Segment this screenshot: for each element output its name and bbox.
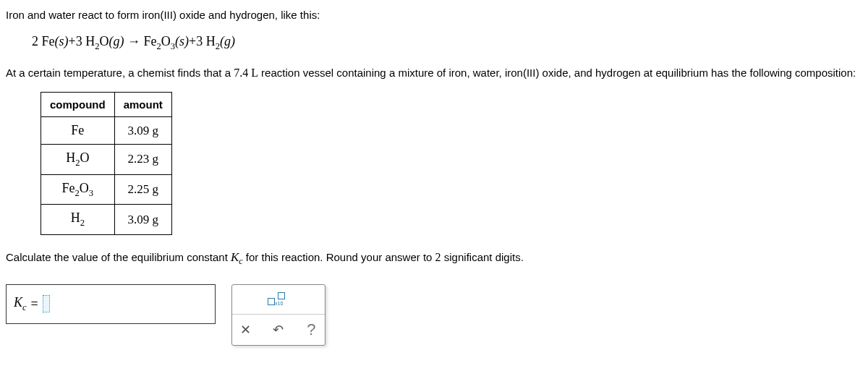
table-row: H2O2.23 g [41,145,172,175]
table-row: H23.09 g [41,205,172,235]
context-text: At a certain temperature, a chemist find… [6,64,862,82]
col-compound: compound [41,93,115,117]
close-icon[interactable]: ✕ [238,322,253,338]
col-amount: amount [114,93,171,117]
compound-cell: H2O [41,145,115,175]
compound-cell: Fe [41,117,115,145]
compound-cell: Fe2O3 [41,174,115,205]
amount-cell: 2.23 g [114,145,171,175]
amount-cell: 2.25 g [114,174,171,205]
table-row: Fe2O32.25 g [41,174,172,205]
question-text: Calculate the value of the equilibrium c… [6,248,862,268]
answer-input[interactable] [43,295,50,312]
composition-table: compound amount Fe3.09 gH2O2.23 gFe2O32.… [41,92,172,235]
scientific-notation-button[interactable]: x10 [268,292,289,307]
help-icon[interactable]: ? [304,322,319,338]
answer-box: Kc = [6,284,216,324]
intro-text: Iron and water react to form iron(III) o… [6,7,862,24]
table-row: Fe3.09 g [41,117,172,145]
undo-icon[interactable]: ↶ [271,322,286,338]
amount-cell: 3.09 g [114,117,171,145]
reaction-equation: 2 Fe(s)+3 H2O(g) → Fe2O3(s)+3 H2(g) [6,28,862,65]
compound-cell: H2 [41,205,115,235]
tool-panel: x10 ✕ ↶ ? [231,284,326,346]
amount-cell: 3.09 g [114,205,171,235]
